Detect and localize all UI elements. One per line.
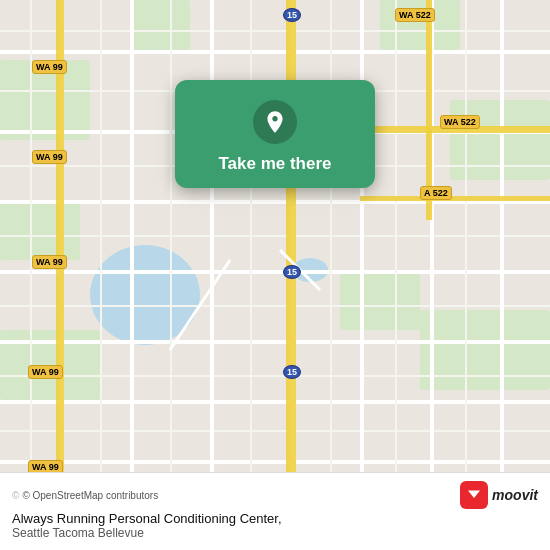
highway-label-i15-mid: 15 — [283, 265, 301, 279]
pin-svg — [262, 109, 288, 135]
svg-rect-14 — [0, 270, 550, 274]
svg-rect-11 — [0, 50, 550, 54]
moovit-icon — [460, 481, 488, 509]
svg-rect-39 — [395, 0, 397, 550]
svg-rect-7 — [130, 0, 190, 50]
svg-rect-24 — [0, 375, 550, 377]
svg-rect-19 — [0, 30, 550, 32]
highway-label-wa522-1: WA 522 — [395, 8, 435, 22]
highway-label-wa99-1: WA 99 — [32, 60, 67, 74]
place-name: Always Running Personal Conditioning Cen… — [12, 511, 538, 526]
highway-label-wa99-2: WA 99 — [32, 150, 67, 164]
take-me-there-label[interactable]: Take me there — [218, 154, 331, 174]
highway-label-i15-top: 15 — [283, 8, 301, 22]
svg-rect-40 — [465, 0, 467, 550]
location-pin-icon — [253, 100, 297, 144]
osm-attribution: © © OpenStreetMap contributors — [12, 490, 158, 501]
svg-rect-23 — [0, 305, 550, 307]
svg-rect-5 — [420, 310, 550, 390]
map-container: 15 WA 99 WA 99 WA 99 WA 99 WA 99 WA 522 … — [0, 0, 550, 550]
place-location: Seattle Tacoma Bellevue — [12, 526, 538, 540]
highway-label-wa522-2: WA 522 — [440, 115, 480, 129]
highway-label-a522: A 522 — [420, 186, 452, 200]
moovit-logo: moovit — [460, 481, 538, 509]
svg-rect-33 — [500, 0, 504, 550]
bottom-bar: © © OpenStreetMap contributors moovit Al… — [0, 472, 550, 550]
svg-rect-16 — [0, 400, 550, 404]
moovit-text: moovit — [492, 487, 538, 503]
moovit-m-icon — [465, 486, 483, 504]
highway-label-i15-bot: 15 — [283, 365, 301, 379]
highway-label-wa99-3: WA 99 — [32, 255, 67, 269]
svg-rect-22 — [0, 235, 550, 237]
svg-rect-17 — [0, 460, 550, 464]
svg-rect-25 — [0, 430, 550, 432]
highway-label-wa99-4: WA 99 — [28, 365, 63, 379]
svg-rect-2 — [0, 200, 80, 260]
svg-rect-36 — [170, 0, 172, 550]
attribution-text: © OpenStreetMap contributors — [22, 490, 158, 501]
svg-rect-45 — [360, 196, 550, 201]
svg-rect-4 — [340, 270, 420, 330]
svg-rect-28 — [130, 0, 134, 550]
card-overlay[interactable]: Take me there — [175, 80, 375, 188]
svg-rect-35 — [100, 0, 102, 550]
svg-rect-15 — [0, 340, 550, 344]
